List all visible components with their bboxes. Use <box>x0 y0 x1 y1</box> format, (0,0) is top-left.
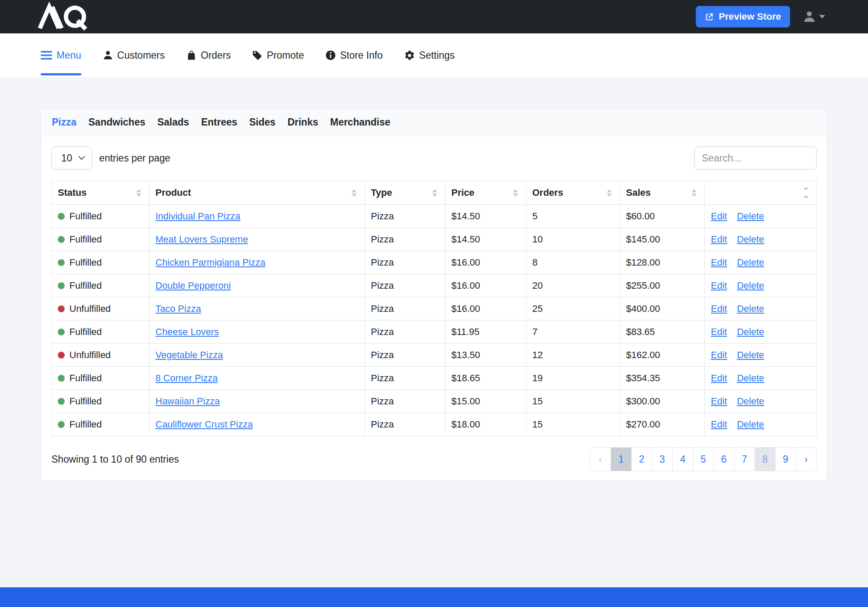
delete-link[interactable]: Delete <box>737 396 764 407</box>
status-badge: Fulfilled <box>58 396 143 407</box>
pagination-page-7[interactable]: 7 <box>734 448 755 471</box>
nav-item-customers[interactable]: Customers <box>103 50 165 61</box>
column-header-orders[interactable]: Orders <box>526 181 620 205</box>
footer-bar <box>0 587 868 607</box>
delete-link[interactable]: Delete <box>737 419 764 430</box>
delete-link[interactable]: Delete <box>737 211 764 221</box>
delete-link[interactable]: Delete <box>737 234 764 245</box>
sales-cell: $162.00 <box>620 344 705 367</box>
sort-icon <box>803 188 808 198</box>
delete-link[interactable]: Delete <box>737 280 764 291</box>
tab-merchandise[interactable]: Merchandise <box>330 117 391 128</box>
edit-link[interactable]: Edit <box>711 419 727 430</box>
delete-link[interactable]: Delete <box>737 303 764 314</box>
info-circle-icon <box>325 50 336 60</box>
column-label: Orders <box>532 187 563 198</box>
product-link[interactable]: Cauliflower Crust Pizza <box>155 419 253 430</box>
sales-cell: $128.00 <box>620 251 705 274</box>
orders-cell: 12 <box>526 344 620 367</box>
delete-link[interactable]: Delete <box>737 257 764 268</box>
edit-link[interactable]: Edit <box>711 373 727 383</box>
column-label: Product <box>155 187 191 198</box>
card-body: 10 entries per page StatusProductTypePri… <box>41 136 827 481</box>
table-row: FulfilledMeat Lovers SupremePizza$14.501… <box>52 228 817 251</box>
preview-store-button[interactable]: Preview Store <box>696 6 790 27</box>
orders-cell: 15 <box>526 413 620 436</box>
edit-link[interactable]: Edit <box>711 396 727 407</box>
tab-salads[interactable]: Salads <box>157 117 189 128</box>
pagination-page-1[interactable]: 1 <box>611 448 631 471</box>
nav-item-settings[interactable]: Settings <box>404 50 455 61</box>
tab-entrees[interactable]: Entrees <box>201 117 237 128</box>
tab-sandwiches[interactable]: Sandwiches <box>89 117 146 128</box>
orders-cell: 15 <box>526 390 620 413</box>
nav-item-promote[interactable]: Promote <box>252 50 304 61</box>
pagination-page-9[interactable]: 9 <box>775 448 796 471</box>
sort-icon <box>513 189 518 197</box>
sort-icon <box>432 189 437 197</box>
edit-link[interactable]: Edit <box>711 280 727 291</box>
tab-pizza[interactable]: Pizza <box>52 117 77 128</box>
pagination-page-6[interactable]: 6 <box>713 448 734 471</box>
actions-cell: EditDelete <box>705 367 817 390</box>
status-label: Unfulfilled <box>69 303 111 314</box>
nav-item-store-info[interactable]: Store Info <box>325 50 383 61</box>
product-cell: Taco Pizza <box>149 297 365 320</box>
actions-cell: EditDelete <box>705 274 817 297</box>
search-input[interactable] <box>694 147 817 170</box>
delete-link[interactable]: Delete <box>737 350 764 360</box>
user-menu[interactable] <box>803 10 825 23</box>
edit-link[interactable]: Edit <box>711 350 727 360</box>
product-link[interactable]: Meat Lovers Supreme <box>155 234 248 245</box>
pagination-page-3[interactable]: 3 <box>652 448 672 471</box>
product-link[interactable]: Double Pepperoni <box>155 280 231 291</box>
tab-sides[interactable]: Sides <box>249 117 275 128</box>
preview-store-label: Preview Store <box>719 11 781 22</box>
table-row: FulfilledChicken Parmigiana PizzaPizza$1… <box>52 251 817 274</box>
pagination-page-8[interactable]: 8 <box>755 448 775 471</box>
pagination-prev[interactable]: ‹ <box>590 448 611 471</box>
pagination-page-5[interactable]: 5 <box>693 448 713 471</box>
tab-drinks[interactable]: Drinks <box>287 117 318 128</box>
nav-item-menu[interactable]: Menu <box>41 50 81 61</box>
type-cell: Pizza <box>365 390 445 413</box>
product-link[interactable]: Cheese Lovers <box>155 326 219 337</box>
status-badge: Fulfilled <box>58 419 143 430</box>
status-cell: Fulfilled <box>52 320 149 344</box>
delete-link[interactable]: Delete <box>737 326 764 337</box>
column-header-product[interactable]: Product <box>149 181 365 205</box>
type-cell: Pizza <box>365 297 445 320</box>
product-link[interactable]: 8 Corner Pizza <box>155 373 218 383</box>
external-link-icon <box>705 12 714 21</box>
column-label: Status <box>58 187 87 198</box>
column-header-type[interactable]: Type <box>365 181 445 205</box>
entries-per-page-select[interactable]: 10 <box>51 147 92 170</box>
edit-link[interactable]: Edit <box>711 234 727 245</box>
edit-link[interactable]: Edit <box>711 326 727 337</box>
product-link[interactable]: Individual Pan Pizza <box>155 211 240 221</box>
product-link[interactable]: Hawaiian Pizza <box>155 396 220 407</box>
edit-link[interactable]: Edit <box>711 303 727 314</box>
price-cell: $18.65 <box>445 367 526 390</box>
pagination-page-2[interactable]: 2 <box>631 448 652 471</box>
nav-item-label: Customers <box>117 50 165 61</box>
edit-link[interactable]: Edit <box>711 211 727 221</box>
pagination-next[interactable]: › <box>796 448 816 471</box>
nav-item-orders[interactable]: Orders <box>186 50 231 61</box>
type-cell: Pizza <box>365 228 445 251</box>
column-header-sales[interactable]: Sales <box>620 181 705 205</box>
product-link[interactable]: Taco Pizza <box>155 303 201 314</box>
topbar: Preview Store <box>0 0 868 33</box>
actions-cell: EditDelete <box>705 413 817 436</box>
column-label: Sales <box>626 187 651 198</box>
column-header-status[interactable]: Status <box>52 181 149 205</box>
edit-link[interactable]: Edit <box>711 257 727 268</box>
product-link[interactable]: Chicken Parmigiana Pizza <box>155 257 265 268</box>
column-header-actions[interactable] <box>705 181 817 205</box>
column-header-price[interactable]: Price <box>445 181 526 205</box>
pagination-page-4[interactable]: 4 <box>672 448 693 471</box>
orders-cell: 25 <box>526 297 620 320</box>
fulfilled-status-dot <box>58 421 65 428</box>
delete-link[interactable]: Delete <box>737 373 764 383</box>
product-link[interactable]: Vegetable Pizza <box>155 350 223 360</box>
